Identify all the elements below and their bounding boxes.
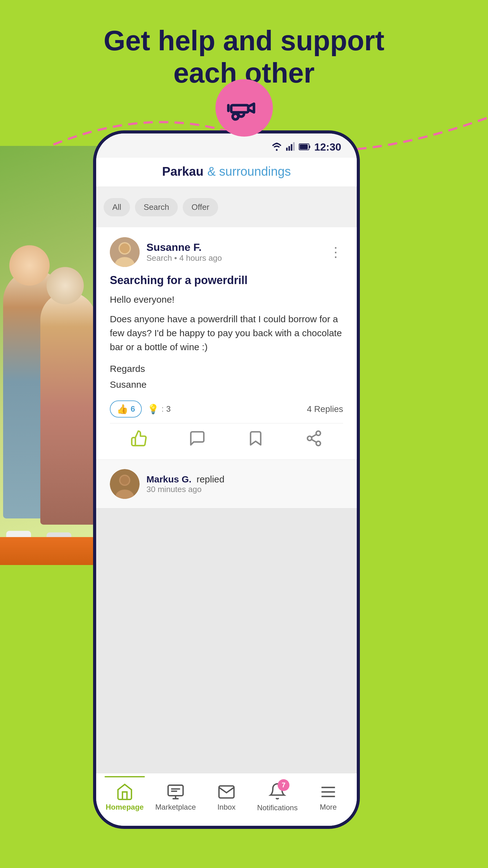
svg-point-2 xyxy=(276,149,278,151)
nav-label-more: More xyxy=(320,803,337,811)
app-header: Parkau & surroundings xyxy=(96,158,357,187)
svg-line-17 xyxy=(312,440,317,442)
comment-button[interactable] xyxy=(189,430,206,447)
nav-item-more[interactable]: More xyxy=(308,783,348,811)
bookmark-icon xyxy=(247,430,264,447)
like-emoji: 👍 xyxy=(117,404,128,414)
notification-badge: 7 xyxy=(278,779,289,791)
svg-rect-0 xyxy=(231,105,248,112)
post-author-info: Susanne F. Search • 4 hours ago xyxy=(110,237,222,267)
nav-label-marketplace: Marketplace xyxy=(156,803,196,811)
like-reaction-badge[interactable]: 👍 6 xyxy=(110,400,142,417)
orange-strip xyxy=(0,537,108,565)
marketplace-icon xyxy=(167,783,185,801)
share-icon xyxy=(305,430,323,447)
like-count: 6 xyxy=(131,404,135,414)
svg-rect-8 xyxy=(309,146,310,148)
author-name: Susanne F. xyxy=(147,241,222,253)
drill-circle xyxy=(215,79,273,136)
nav-label-inbox: Inbox xyxy=(218,803,236,811)
reply-avatar xyxy=(110,469,140,499)
post-header: Susanne F. Search • 4 hours ago ⋮ xyxy=(110,237,343,267)
reactions-row: 👍 6 💡 : 3 4 Replies xyxy=(110,400,343,417)
reply-author-line: Markus G. replied xyxy=(147,474,224,485)
like-icon xyxy=(130,430,148,447)
comment-icon xyxy=(189,430,206,447)
svg-point-13 xyxy=(120,243,130,253)
signal-icon xyxy=(286,142,295,152)
reply-time: 30 minutes ago xyxy=(147,485,224,494)
category-pill-2[interactable]: Search xyxy=(135,198,178,216)
nav-label-notifications: Notifications xyxy=(257,803,298,812)
category-pill-3[interactable]: Offer xyxy=(183,198,218,216)
gray-content-area xyxy=(96,508,357,773)
idea-count-value: 3 xyxy=(166,404,171,414)
svg-rect-9 xyxy=(300,144,308,149)
inbox-icon xyxy=(218,783,235,801)
author-avatar xyxy=(110,237,140,267)
wifi-icon xyxy=(271,142,282,152)
reply-action: replied xyxy=(196,474,224,484)
bottom-nav: Homepage Marketplace Inbox xyxy=(96,773,357,826)
phone-device: 12:30 Parkau & surroundings All Search O… xyxy=(93,130,360,829)
category-pill-1[interactable]: All xyxy=(104,198,130,216)
svg-rect-3 xyxy=(286,148,288,151)
more-options-button[interactable]: ⋮ xyxy=(329,245,343,259)
nav-item-notifications[interactable]: 7 Notifications xyxy=(257,782,298,812)
nav-label-homepage: Homepage xyxy=(105,803,144,811)
svg-rect-6 xyxy=(293,142,295,151)
post-card: Susanne F. Search • 4 hours ago ⋮ Search… xyxy=(96,227,357,460)
more-icon xyxy=(319,783,337,801)
drill-icon xyxy=(227,91,261,125)
bookmark-button[interactable] xyxy=(247,430,264,447)
idea-count: : xyxy=(161,404,163,414)
reply-card: Markus G. replied 30 minutes ago xyxy=(96,460,357,508)
svg-rect-5 xyxy=(291,144,292,151)
neighborhood-name: Parkau xyxy=(162,164,203,178)
status-icons: 12:30 xyxy=(271,141,341,153)
post-meta: Search • 4 hours ago xyxy=(147,253,222,263)
time-display: 12:30 xyxy=(314,141,341,153)
post-title: Searching for a powerdrill xyxy=(110,274,343,287)
category-tabs: All Search Offer xyxy=(96,187,357,227)
idea-emoji: 💡 xyxy=(148,404,159,414)
svg-rect-4 xyxy=(289,146,290,151)
action-buttons xyxy=(110,423,343,450)
phone-screen: 12:30 Parkau & surroundings All Search O… xyxy=(96,133,357,826)
like-button[interactable] xyxy=(130,430,148,447)
people-photo xyxy=(0,146,108,565)
reply-author-name: Markus G. xyxy=(147,474,191,484)
homepage-icon xyxy=(116,783,134,801)
battery-icon xyxy=(299,143,311,151)
share-button[interactable] xyxy=(305,430,323,447)
status-bar: 12:30 xyxy=(96,133,357,158)
post-body-line2: Does anyone have a powerdrill that I cou… xyxy=(110,312,343,354)
replies-count[interactable]: 4 Replies xyxy=(307,404,343,414)
post-body-line1: Hello everyone! xyxy=(110,292,343,306)
nav-item-marketplace[interactable]: Marketplace xyxy=(156,783,196,811)
svg-line-18 xyxy=(312,434,317,437)
svg-rect-23 xyxy=(168,785,183,796)
svg-point-22 xyxy=(120,476,129,485)
nav-item-inbox[interactable]: Inbox xyxy=(206,783,247,811)
nav-item-homepage[interactable]: Homepage xyxy=(104,783,145,811)
author-meta: Susanne F. Search • 4 hours ago xyxy=(147,241,222,263)
reply-info: Markus G. replied 30 minutes ago xyxy=(147,474,224,494)
reactions-left: 👍 6 💡 : 3 xyxy=(110,400,171,417)
post-signature: Regards Susanne xyxy=(110,361,343,393)
idea-reaction[interactable]: 💡 : 3 xyxy=(148,404,171,414)
surroundings-text: & surroundings xyxy=(207,164,291,178)
